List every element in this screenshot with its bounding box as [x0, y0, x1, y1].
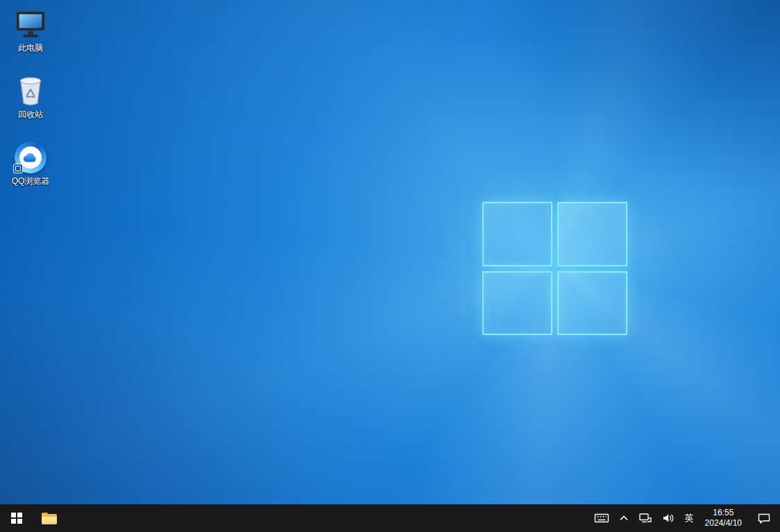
clock-date: 2024/4/10: [705, 518, 742, 529]
qq-browser-badge: [13, 164, 23, 173]
desktop-icon-list: 此电脑 回收站: [4, 7, 57, 186]
network-button[interactable]: [634, 504, 657, 532]
desktop-wallpaper: [0, 0, 780, 504]
windows-logo: [482, 202, 627, 335]
this-pc-icon: [14, 7, 47, 40]
windows-start-icon: [11, 513, 22, 524]
clock-time: 16:55: [713, 508, 734, 518]
desktop-icon-qq-browser[interactable]: QQ浏览器: [4, 140, 57, 186]
windows-logo-pane: [482, 202, 552, 266]
speaker-icon: [662, 513, 675, 524]
touch-keyboard-icon: [594, 513, 609, 524]
windows-logo-pane: [557, 202, 627, 266]
qq-browser-icon: [14, 140, 47, 173]
recycle-bin-icon: [14, 74, 47, 107]
windows-desktop: 此电脑 回收站: [0, 0, 780, 532]
icon-label: QQ浏览器: [12, 176, 50, 186]
ime-indicator[interactable]: 英: [680, 504, 699, 532]
hidden-icons-button[interactable]: [614, 504, 634, 532]
desktop-icon-this-pc[interactable]: 此电脑: [4, 7, 57, 53]
file-explorer-icon: [42, 513, 57, 524]
windows-logo-pane: [557, 271, 627, 336]
file-explorer-button[interactable]: [33, 504, 65, 532]
action-center-icon: [757, 513, 771, 524]
ime-mode-label: 英: [685, 512, 694, 524]
icon-label: 此电脑: [18, 43, 43, 53]
taskbar: 英 16:55 2024/4/10: [0, 504, 780, 532]
desktop-icon-recycle-bin[interactable]: 回收站: [4, 74, 57, 119]
windows-logo-pane: [482, 271, 552, 336]
touch-keyboard-button[interactable]: [589, 504, 614, 532]
network-ethernet-icon: [638, 513, 652, 524]
action-center-button[interactable]: [748, 504, 780, 532]
clock[interactable]: 16:55 2024/4/10: [699, 504, 748, 532]
system-tray: 英 16:55 2024/4/10: [589, 504, 780, 532]
wallpaper-vignette: [0, 0, 780, 504]
start-button[interactable]: [0, 504, 33, 532]
chevron-up-icon: [619, 515, 629, 522]
icon-label: 回收站: [18, 110, 43, 119]
volume-button[interactable]: [657, 504, 680, 532]
